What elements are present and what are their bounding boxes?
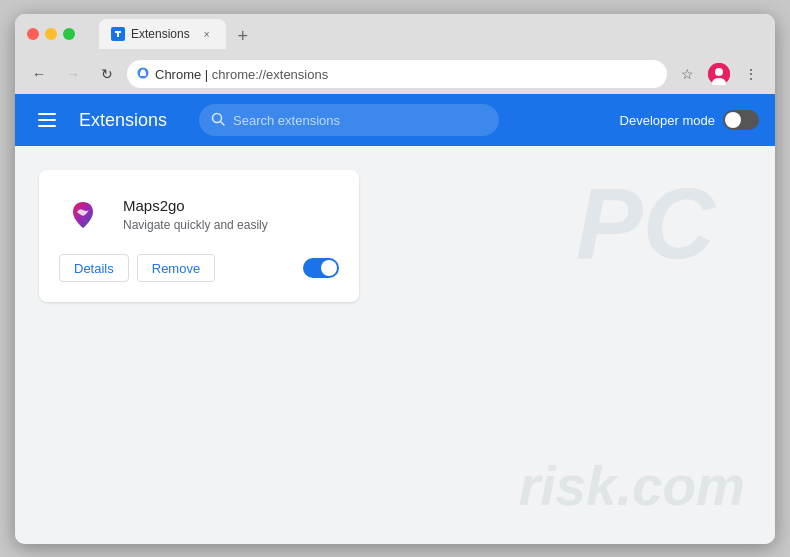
extension-name: Maps2go	[123, 197, 339, 214]
extension-card: Maps2go Navigate quickly and easily Deta…	[39, 170, 359, 302]
new-tab-button[interactable]: +	[230, 23, 256, 49]
back-button[interactable]: ←	[25, 60, 53, 88]
nav-bar: ← → ↻ Chrome | chrome://extensions ☆	[15, 54, 775, 94]
address-domain: Chrome	[155, 67, 201, 82]
search-input[interactable]	[233, 113, 487, 128]
extension-enable-toggle[interactable]	[303, 258, 339, 278]
tab-favicon-icon	[111, 27, 125, 41]
search-icon	[211, 112, 225, 129]
extensions-header: Extensions Developer mode	[15, 94, 775, 146]
address-separator: |	[201, 67, 212, 82]
svg-line-6	[221, 121, 225, 125]
profile-avatar	[708, 63, 730, 85]
developer-mode-section: Developer mode	[620, 110, 759, 130]
details-button[interactable]: Details	[59, 254, 129, 282]
svg-point-3	[715, 68, 723, 76]
hamburger-line-3	[38, 125, 56, 127]
hamburger-line-2	[38, 119, 56, 121]
toggle-thumb	[725, 112, 741, 128]
address-bar[interactable]: Chrome | chrome://extensions	[127, 60, 667, 88]
extension-header: Maps2go Navigate quickly and easily	[59, 190, 339, 238]
maximize-window-button[interactable]	[63, 28, 75, 40]
window-buttons	[27, 28, 75, 40]
tab-close-button[interactable]: ×	[200, 27, 214, 41]
address-path: chrome://extensions	[212, 67, 328, 82]
address-lock-icon	[137, 67, 149, 82]
nav-actions: ☆ ⋮	[673, 60, 765, 88]
reload-button[interactable]: ↻	[93, 60, 121, 88]
bookmark-button[interactable]: ☆	[673, 60, 701, 88]
extension-info: Maps2go Navigate quickly and easily	[123, 197, 339, 232]
hamburger-line-1	[38, 113, 56, 115]
tab-bar: Extensions × +	[99, 19, 763, 49]
extension-icon	[59, 190, 107, 238]
search-bar	[199, 104, 499, 136]
extension-actions: Details Remove	[59, 254, 339, 282]
remove-button[interactable]: Remove	[137, 254, 215, 282]
profile-button[interactable]	[705, 60, 733, 88]
address-text: Chrome | chrome://extensions	[155, 67, 657, 82]
tab-label: Extensions	[131, 27, 190, 41]
close-window-button[interactable]	[27, 28, 39, 40]
extension-description: Navigate quickly and easily	[123, 218, 339, 232]
title-bar: Extensions × +	[15, 14, 775, 54]
developer-mode-toggle[interactable]	[723, 110, 759, 130]
browser-window: Extensions × + ← → ↻ Chrome | chrome://e…	[15, 14, 775, 544]
active-tab[interactable]: Extensions ×	[99, 19, 226, 49]
forward-button[interactable]: →	[59, 60, 87, 88]
watermark-riskcom: risk.com	[519, 459, 745, 514]
more-options-button[interactable]: ⋮	[737, 60, 765, 88]
watermark-pc: PC	[576, 166, 715, 281]
extensions-page-title: Extensions	[79, 110, 167, 131]
hamburger-menu-button[interactable]	[31, 104, 63, 136]
extension-toggle-thumb	[321, 260, 337, 276]
developer-mode-label: Developer mode	[620, 113, 715, 128]
minimize-window-button[interactable]	[45, 28, 57, 40]
main-content: PC risk.com	[15, 146, 775, 544]
